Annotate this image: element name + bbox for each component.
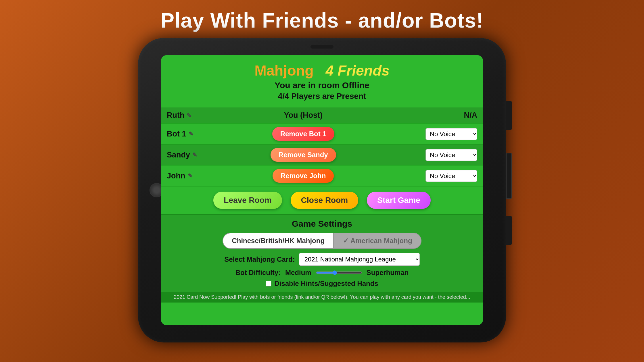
phone-body: SAMSUNG Mahjong 4 Friends You are in roo… — [138, 38, 506, 342]
home-button[interactable] — [506, 216, 512, 245]
game-type-buttons: Chinese/British/HK Mahjong ✓ American Ma… — [167, 233, 477, 249]
difficulty-row: Bot Difficulty: Medium Superhuman — [167, 269, 477, 277]
app-title-mahjong: Mahjong — [254, 63, 314, 79]
difficulty-slider[interactable] — [316, 270, 362, 275]
difficulty-medium: Medium — [285, 269, 311, 277]
edit-icon-john[interactable]: ✎ — [188, 172, 193, 179]
leave-room-button[interactable]: Leave Room — [213, 192, 282, 209]
room-info: You are in room Offline — [167, 80, 477, 90]
settings-title: Game Settings — [167, 219, 477, 229]
phone-screen: Mahjong 4 Friends You are in room Offlin… — [161, 55, 483, 325]
chinese-mahjong-button[interactable]: Chinese/British/HK Mahjong — [223, 233, 334, 249]
player-status-ruth: You (Host) — [235, 107, 371, 124]
players-count: 4/4 Players are Present — [167, 92, 477, 101]
remove-john-button[interactable]: Remove John — [273, 169, 334, 183]
table-row: Sandy ✎ Remove Sandy No Voice Male V — [161, 145, 483, 165]
voice-select-john[interactable]: No Voice Male Voice Female Voice — [425, 170, 477, 182]
card-label: Select Mahjong Card: — [224, 255, 295, 263]
app-header: Mahjong 4 Friends You are in room Offlin… — [161, 55, 483, 105]
remove-sandy-button[interactable]: Remove Sandy — [271, 148, 336, 162]
player-voice-john: No Voice Male Voice Female Voice — [371, 165, 483, 186]
american-mahjong-button[interactable]: ✓ American Mahjong — [334, 233, 421, 249]
voice-select-bot1[interactable]: No Voice Male Voice Female Voice — [425, 128, 477, 140]
hints-label: Disable Hints/Suggested Hands — [274, 280, 378, 288]
voice-select-sandy[interactable]: No Voice Male Voice Female Voice — [425, 149, 477, 161]
volume-button-right[interactable] — [506, 153, 512, 199]
player-name-john: John ✎ — [161, 165, 235, 186]
remove-bot1-button[interactable]: Remove Bot 1 — [272, 127, 334, 141]
player-voice-ruth: N/A — [371, 107, 483, 124]
action-buttons: Leave Room Close Room Start Game — [161, 186, 483, 214]
table-row: John ✎ Remove John No Voice Male Voi — [161, 165, 483, 186]
player-voice-bot1: No Voice Male Voice Female Voice — [371, 124, 483, 145]
phone-device: SAMSUNG Mahjong 4 Friends You are in roo… — [138, 38, 506, 342]
difficulty-label: Bot Difficulty: — [235, 269, 281, 277]
close-room-button[interactable]: Close Room — [291, 192, 358, 209]
card-select-row: Select Mahjong Card: 2021 National Mahjo… — [167, 253, 477, 266]
app-content: Mahjong 4 Friends You are in room Offlin… — [161, 55, 483, 325]
bottom-text: 2021 Card Now Supported! Play with bots … — [161, 292, 483, 303]
players-table: Ruth ✎ You (Host) N/A — [161, 107, 483, 186]
player-status-bot1: Remove Bot 1 — [235, 124, 371, 145]
phone-notch — [310, 45, 334, 49]
app-title: Mahjong 4 Friends — [167, 62, 477, 79]
page-title: Play With Friends - and/or Bots! — [160, 9, 483, 32]
difficulty-superhuman: Superhuman — [367, 269, 409, 277]
mahjong-card-select[interactable]: 2021 National Mahjongg League 2022 Natio… — [299, 253, 420, 266]
player-status-sandy: Remove Sandy — [235, 145, 371, 165]
app-title-friends: 4 Friends — [325, 63, 389, 79]
table-row: Ruth ✎ You (Host) N/A — [161, 107, 483, 124]
hints-checkbox[interactable] — [266, 281, 271, 286]
start-game-button[interactable]: Start Game — [367, 192, 430, 209]
edit-icon-sandy[interactable]: ✎ — [192, 151, 197, 158]
player-voice-sandy: No Voice Male Voice Female Voice — [371, 145, 483, 165]
game-settings-section: Game Settings Chinese/British/HK Mahjong… — [161, 214, 483, 292]
power-button[interactable] — [506, 101, 512, 130]
player-status-john: Remove John — [235, 165, 371, 186]
hints-row: Disable Hints/Suggested Hands — [167, 280, 477, 288]
player-name-bot1: Bot 1 ✎ — [161, 124, 235, 145]
player-name-sandy: Sandy ✎ — [161, 145, 235, 165]
player-name-ruth: Ruth ✎ — [161, 107, 235, 124]
table-row: Bot 1 ✎ Remove Bot 1 No Voice Male V — [161, 124, 483, 145]
edit-icon-bot1[interactable]: ✎ — [189, 130, 193, 137]
edit-icon-ruth[interactable]: ✎ — [187, 112, 191, 119]
